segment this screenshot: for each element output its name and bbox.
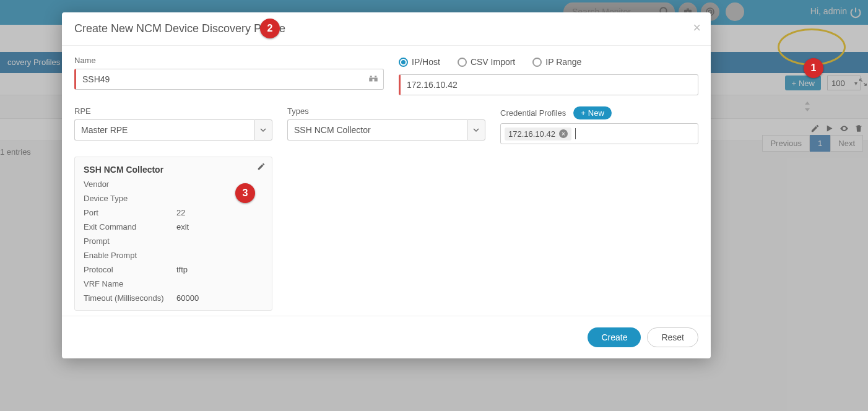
radio-csv-import[interactable]: CSV Import [458,57,515,67]
annotation-badge-2: 2 [260,19,280,38]
collector-title: SSH NCM Collector [84,165,263,175]
modal-title: Create New NCM Device Discovery Profile [74,22,285,35]
radio-ip-range[interactable]: IP Range [532,57,581,67]
edit-icon[interactable] [257,162,266,171]
field-timeout-label: Timeout (Milliseconds) [84,293,176,303]
radio-ip-host-label: IP/Host [412,57,440,67]
rpe-label: RPE [74,106,272,116]
credential-new-button[interactable]: +New [573,106,612,119]
remove-tag-icon[interactable]: × [559,129,568,138]
name-input[interactable] [74,69,384,90]
field-protocol-label: Protocol [84,265,176,274]
rpe-select[interactable]: Master RPE [74,119,272,141]
rpe-value: Master RPE [74,119,254,141]
chevron-down-icon [467,119,485,141]
credential-profiles-input[interactable]: 172.16.10.42 × [500,123,698,144]
binoculars-icon[interactable] [368,73,379,84]
radio-csv-label: CSV Import [471,57,515,67]
field-prompt-value [176,236,263,246]
ip-host-input[interactable] [399,74,698,95]
field-devicetype-label: Device Type [84,194,176,203]
field-exit-label: Exit Command [84,222,176,231]
create-profile-modal: Create New NCM Device Discovery Profile … [62,12,711,358]
text-cursor [575,128,576,139]
types-label: Types [287,106,485,116]
plus-icon: + [581,108,586,118]
field-prompt-label: Prompt [84,236,176,246]
credential-new-label: New [588,108,604,118]
annotation-badge-3: 3 [235,183,255,203]
credential-profiles-label: Credential Profiles [500,108,566,118]
types-select[interactable]: SSH NCM Collector [287,119,485,141]
field-vrf-label: VRF Name [84,279,176,288]
name-label: Name [74,56,384,65]
chevron-down-icon [254,119,272,141]
field-enable-value [176,251,263,260]
radio-ip-host[interactable]: IP/Host [399,57,440,67]
credential-tag: 172.16.10.42 × [505,128,571,141]
field-timeout-value: 60000 [176,293,263,303]
source-radio-group: IP/Host CSV Import IP Range [399,56,698,68]
types-value: SSH NCM Collector [287,119,467,141]
field-vendor-label: Vendor [84,180,176,189]
credential-tag-text: 172.16.10.42 [508,129,555,139]
annotation-badge-1: 1 [804,58,823,78]
close-icon[interactable]: × [693,21,701,35]
collector-card: SSH NCM Collector Vendor Device Type Por… [74,157,272,311]
create-button[interactable]: Create [588,327,641,347]
field-port-value: 22 [176,208,263,217]
field-exit-value: exit [176,222,263,231]
radio-range-label: IP Range [545,57,581,67]
reset-button[interactable]: Reset [647,327,698,347]
field-protocol-value: tftp [176,265,263,274]
field-enable-label: Enable Prompt [84,251,176,260]
field-port-label: Port [84,208,176,217]
field-vrf-value [176,279,263,288]
